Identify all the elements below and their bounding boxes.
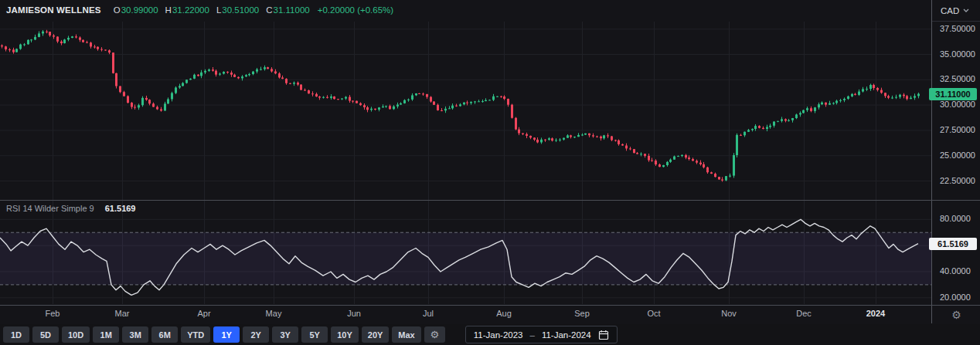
change-value: +0.20000 (+0.65%) [318,5,393,15]
range-button-2y[interactable]: 2Y [243,326,269,343]
time-axis-month-label: Nov [711,309,747,318]
gear-icon: ⚙ [430,329,439,340]
time-axis-month-label: Oct [636,309,672,318]
range-buttons: 1D5D10D1M3M6MYTD1Y2Y3Y5Y10Y20YMax [3,326,421,343]
chart-canvas[interactable] [0,0,931,306]
range-button-ytd[interactable]: YTD [181,326,210,343]
rsi-legend: RSI 14 Wilder Simple 9 61.5169 [6,204,135,213]
time-axis-month-label: Jun [336,309,372,318]
time-axis-month-label: Dec [786,309,822,318]
range-button-3y[interactable]: 3Y [272,326,298,343]
time-axis[interactable]: FebMarAprMayJunJulAugSepOctNovDec2024 [0,306,931,323]
time-axis-month-label: Mar [104,309,140,318]
date-range-picker[interactable]: 11-Jan-2023 – 11-Jan-2024 [465,326,618,343]
rsi-axis-label: 40.0000 [940,266,971,276]
rsi-axis-label: 80.0000 [940,214,971,223]
range-button-5y[interactable]: 5Y [301,326,328,343]
range-button-3m[interactable]: 3M [122,326,148,343]
time-axis-month-label: Jul [410,309,446,318]
price-axis-label: 37.50000 [940,24,975,33]
trading-chart-window: JAMIESON WELLNES O30.99000H31.22000L30.5… [0,0,980,345]
ohlc-values: O30.99000H31.22000L30.51000C31.11000 [114,5,310,15]
range-button-5d[interactable]: 5D [32,326,59,343]
last-price-tag: 31.11000 [929,88,977,100]
range-settings-button[interactable]: ⚙ [424,326,445,343]
symbol-legend: JAMIESON WELLNES O30.99000H31.22000L30.5… [6,5,393,15]
range-button-10d[interactable]: 10D [62,326,90,343]
price-axis-label: 35.00000 [940,49,975,59]
price-axis-label: 30.00000 [940,100,975,109]
rsi-axis-label: 20.0000 [940,293,971,302]
time-axis-year-label: 2024 [858,309,893,318]
price-axis-label: 22.50000 [940,176,975,185]
currency-selector[interactable]: CAD [932,0,980,22]
range-button-1y[interactable]: 1Y [213,326,240,343]
range-button-1m[interactable]: 1M [93,326,119,343]
ohlc-c-value: C31.11000 [266,5,309,15]
time-axis-month-label: Apr [186,309,222,318]
axis-settings-button[interactable]: ⚙ [931,306,980,323]
date-range-start: 11-Jan-2023 [474,330,523,340]
range-button-1d[interactable]: 1D [3,326,29,343]
time-axis-separator [0,305,980,306]
ohlc-l-value: L30.51000 [216,5,259,15]
rsi-value-tag: 61.5169 [929,238,977,250]
range-button-max[interactable]: Max [392,326,420,343]
date-range-end: 11-Jan-2024 [542,330,591,340]
range-button-10y[interactable]: 10Y [331,326,359,343]
rsi-indicator-title[interactable]: RSI 14 Wilder Simple 9 [6,204,94,213]
time-axis-month-label: Feb [35,309,70,318]
gear-icon: ⚙ [951,309,961,321]
price-axis-label: 25.00000 [940,151,975,160]
price-axis[interactable]: CAD 37.5000035.0000032.5000030.0000027.5… [931,0,980,323]
chevron-down-icon [963,8,969,12]
range-button-20y[interactable]: 20Y [362,326,390,343]
time-axis-month-label: Aug [486,309,522,318]
ohlc-o-value: O30.99000 [114,5,158,15]
date-range-separator: – [529,330,534,340]
pane-separator[interactable] [0,200,980,201]
calendar-icon [598,330,609,340]
bottom-toolbar: 1D5D10D1M3M6MYTD1Y2Y3Y5Y10Y20YMax ⚙ 11-J… [0,324,980,345]
time-axis-month-label: May [256,309,291,318]
time-axis-month-label: Sep [564,309,600,318]
currency-label: CAD [941,6,959,15]
symbol-name[interactable]: JAMIESON WELLNES [6,5,101,15]
rsi-current-value: 61.5169 [105,204,136,213]
price-axis-label: 27.50000 [940,125,975,134]
price-axis-label: 32.50000 [940,74,975,83]
range-button-6m[interactable]: 6M [151,326,178,343]
ohlc-h-value: H31.22000 [165,5,209,15]
